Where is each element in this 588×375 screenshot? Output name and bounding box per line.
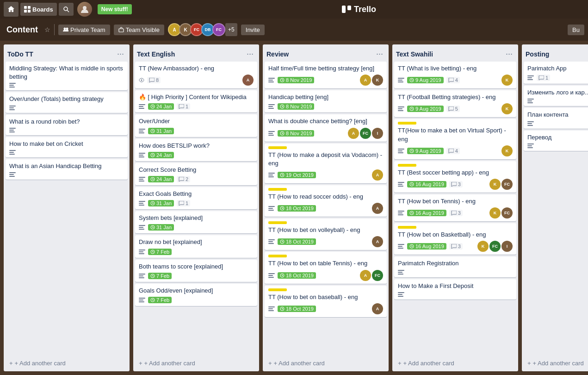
svg-rect-119 xyxy=(268,275,273,276)
add-card-button-todo[interactable]: ++ Add another card xyxy=(6,357,128,369)
card-ts5[interactable]: TT (How bet on Tennis) - eng 16 Aug 2019… xyxy=(394,194,516,221)
board-title: Content xyxy=(4,23,41,37)
comment-badge: 4 xyxy=(446,77,460,83)
card-r5[interactable]: TT (How to read soccer odds) - eng 18 Oc… xyxy=(265,185,387,217)
card-avatar: K xyxy=(501,75,513,86)
description-icon xyxy=(139,153,145,157)
team-button[interactable]: Private Team xyxy=(58,25,110,35)
team-icon xyxy=(63,27,68,32)
add-card-button-text-swahili[interactable]: ++ Add another card xyxy=(394,357,516,369)
card-r3[interactable]: What is double chance betting? [eng] 8 N… xyxy=(265,114,387,141)
card-avatar: A xyxy=(372,236,383,247)
card-ts3[interactable]: TT(How to make a bet on Virtual Sport) -… xyxy=(394,119,516,159)
card-r4[interactable]: TT (How to make a deposit via Vodacom) -… xyxy=(265,144,387,183)
card-r2[interactable]: Handicap betting [eng] 8 Nov 2019 xyxy=(265,90,387,112)
invite-button[interactable]: Invite xyxy=(241,25,265,35)
top-nav: Boards New stuff! Trello xyxy=(0,0,588,19)
svg-rect-23 xyxy=(9,154,15,155)
svg-rect-95 xyxy=(268,133,273,134)
column-title-text-english: Text English xyxy=(137,50,245,58)
card-c4[interactable]: How to make bet on Cricket xyxy=(6,137,128,157)
column-menu-text-swahili[interactable]: ··· xyxy=(504,48,514,60)
card-te10[interactable]: Goals Odd/even [explained] 7 Feb xyxy=(135,284,257,306)
date-badge: 19 Oct 2019 xyxy=(278,172,316,178)
card-te3[interactable]: Over/Under 31 Jan xyxy=(135,114,257,137)
card-title: What is a round robin bet? xyxy=(9,118,124,126)
card-te5[interactable]: Correct Score Betting 24 Jan 2 xyxy=(135,163,257,185)
svg-rect-66 xyxy=(139,253,144,254)
card-ts2[interactable]: TT (Football Betting strategies) - eng 9… xyxy=(394,90,516,117)
card-r8[interactable]: TT (How to bet on baseball) - eng 18 Oct… xyxy=(265,286,387,317)
card-p4[interactable]: Перевод xyxy=(524,131,588,151)
search-button[interactable] xyxy=(59,3,74,16)
card-title: Middling Strategy: What is middle in spo… xyxy=(9,64,124,81)
card-ts6[interactable]: TT (How bet on Basketball) - eng 16 Aug … xyxy=(394,223,516,255)
description-icon xyxy=(398,149,404,153)
card-te7[interactable]: System bets [explained] 31 Jan xyxy=(135,211,257,233)
card-avatar: A xyxy=(348,128,359,139)
description-icon xyxy=(139,201,145,206)
card-avatars: A xyxy=(372,203,383,214)
svg-rect-108 xyxy=(268,210,274,211)
card-meta: 31 Jan 1 xyxy=(139,200,254,206)
svg-rect-177 xyxy=(527,102,533,103)
boards-button[interactable]: Boards xyxy=(20,3,57,16)
visibility-button[interactable]: Team Visible xyxy=(114,25,164,35)
member-count-button[interactable]: +5 xyxy=(225,23,237,36)
card-c3[interactable]: What is a round robin bet? xyxy=(6,115,128,135)
card-title: TT (How bet on Tennis) - eng xyxy=(398,197,513,206)
card-meta xyxy=(527,144,588,148)
card-te4[interactable]: How does BETSLIP work? 24 Jan xyxy=(135,139,257,161)
card-r6[interactable]: TT (How to bet on volleyball) - eng 18 O… xyxy=(265,219,387,250)
card-avatars: K xyxy=(501,75,513,86)
description-icon xyxy=(139,177,145,181)
comment-badge: 8 xyxy=(147,77,161,83)
home-button[interactable] xyxy=(4,2,19,17)
member-avatar-5[interactable]: FC xyxy=(212,23,225,36)
column-menu-todo[interactable]: ··· xyxy=(115,48,126,60)
card-p1[interactable]: Parimatch App 1 xyxy=(524,62,588,84)
column-menu-text-english[interactable]: ··· xyxy=(245,48,255,60)
user-avatar-nav[interactable] xyxy=(77,2,94,17)
card-te1[interactable]: TT (New Ambassador) - eng 8 A xyxy=(135,62,257,88)
add-card-button-posting[interactable]: + + Add another card xyxy=(524,357,588,369)
description-icon xyxy=(139,250,145,254)
card-p3[interactable]: План контента xyxy=(524,108,588,128)
svg-rect-35 xyxy=(139,131,143,131)
svg-rect-172 xyxy=(527,75,534,76)
card-r1[interactable]: Half time/Full time betting strategy [en… xyxy=(265,62,387,88)
add-card-button-text-english[interactable]: ++ Add another card xyxy=(135,357,257,369)
add-card-button-review[interactable]: ++ Add another card xyxy=(265,357,387,369)
date-badge: 31 Jan xyxy=(148,128,174,134)
card-meta: 18 Oct 2019 A xyxy=(268,303,383,314)
card-te6[interactable]: Exact Goals Betting 31 Jan 1 xyxy=(135,187,257,209)
column-menu-review[interactable]: ··· xyxy=(374,48,385,60)
card-te9[interactable]: Both teams to score [explained] 7 Feb xyxy=(135,260,257,282)
description-icon xyxy=(268,78,275,82)
svg-rect-36 xyxy=(139,132,144,133)
card-meta xyxy=(9,172,124,177)
svg-rect-112 xyxy=(268,239,275,240)
card-te8[interactable]: Draw no bet [explained] 7 Feb xyxy=(135,235,257,257)
date-badge: 24 Jan xyxy=(148,103,174,110)
svg-rect-162 xyxy=(398,248,403,249)
card-c2[interactable]: Over/under (Totals) betting strategy xyxy=(6,92,128,112)
svg-rect-47 xyxy=(139,179,143,180)
card-ts4[interactable]: TT (Best soccer betting app) - eng 16 Au… xyxy=(394,161,516,193)
new-stuff-button[interactable]: New stuff! xyxy=(98,4,132,14)
card-p2[interactable]: Изменить лого и кар... xyxy=(524,86,588,106)
card-c5[interactable]: What is an Asian Handicap Betting xyxy=(6,159,128,180)
card-te2[interactable]: 🔥 [ High Priority ] Content for Wikipedi… xyxy=(135,90,257,112)
card-ts8[interactable]: How to Make a First Deposit xyxy=(394,279,516,300)
date-badge: 18 Oct 2019 xyxy=(278,238,316,245)
star-button[interactable]: ☆ xyxy=(44,26,50,33)
card-r7[interactable]: TT (How to bet on table Tennis) - eng 18… xyxy=(265,252,387,283)
card-avatar: K xyxy=(477,241,489,252)
card-c1[interactable]: Middling Strategy: What is middle in spo… xyxy=(6,62,128,90)
card-ts7[interactable]: Parimatch Registration xyxy=(394,256,516,277)
visibility-icon xyxy=(118,27,124,32)
bu-button[interactable]: Bu xyxy=(568,25,584,35)
comment-badge: 1 xyxy=(177,200,190,206)
card-ts1[interactable]: TT (What is live betting) - eng 9 Aug 20… xyxy=(394,62,516,88)
card-meta: 18 Oct 2019 A xyxy=(268,203,383,214)
